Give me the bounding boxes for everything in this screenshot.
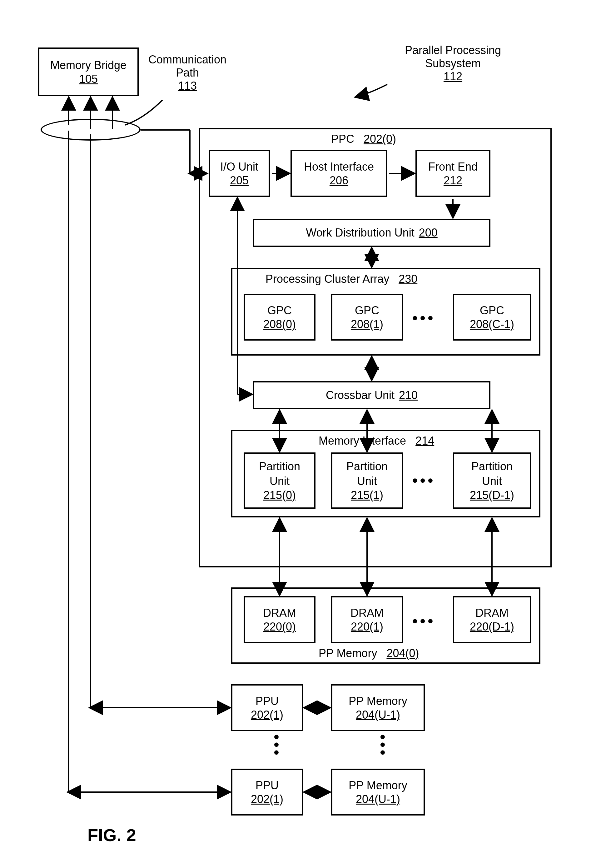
crossbar-label: Crossbar Unit <box>326 388 395 403</box>
memory-bridge-label: Memory Bridge <box>50 58 127 73</box>
pp-subsystem-label-text: Parallel Processing Subsystem <box>405 44 501 70</box>
comm-path-label: Communication Path 113 <box>144 53 231 93</box>
pca-ref: 230 <box>399 272 417 285</box>
dramD-label: DRAM <box>475 606 508 620</box>
comm-path-label-text: Communication Path <box>148 53 227 79</box>
partD-label: Partition Unit <box>472 459 513 489</box>
gpcC-ref: 208(C-1) <box>470 318 514 331</box>
dram-dots: ••• <box>412 613 435 630</box>
ppu1-ref: 202(1) <box>251 709 283 722</box>
work-dist-label: Work Distribution Unit <box>306 226 414 240</box>
part0-label: Partition Unit <box>259 459 300 489</box>
dram0-label: DRAM <box>263 606 296 620</box>
memory-bridge-ref: 105 <box>79 72 98 86</box>
part1-ref: 215(1) <box>351 489 383 502</box>
ppu-dots1: ••• <box>268 734 285 757</box>
gpc1-ref: 208(1) <box>351 318 383 331</box>
part0-box: Partition Unit 215(0) <box>244 452 315 509</box>
mem-iface-label: Memory Interface <box>318 434 406 447</box>
gpc0-box: GPC 208(0) <box>244 294 315 341</box>
ppu2-box: PPU 202(1) <box>231 769 303 815</box>
pp-mem0-ref: 204(0) <box>386 647 419 660</box>
gpc1-label: GPC <box>355 303 379 318</box>
crossbar-ref: 210 <box>399 389 418 402</box>
partD-ref: 215(D-1) <box>470 489 514 502</box>
ppmem-dots1: ••• <box>374 734 391 757</box>
part1-box: Partition Unit 215(1) <box>331 452 403 509</box>
pca-label-container: Processing Cluster Array 230 <box>265 272 417 286</box>
memory-bridge-box: Memory Bridge 105 <box>38 47 139 96</box>
work-dist-box: Work Distribution Unit 200 <box>253 219 491 247</box>
ppu2-ref: 202(1) <box>251 793 283 806</box>
gpc1-box: GPC 208(1) <box>331 294 403 341</box>
gpcC-box: GPC 208(C-1) <box>453 294 531 341</box>
pp-mem0-label: PP Memory <box>318 647 377 660</box>
pp-subsystem-label: Parallel Processing Subsystem 112 <box>391 44 516 83</box>
pca-label: Processing Cluster Array <box>265 272 389 285</box>
pp-mem2-label: PP Memory <box>349 778 407 793</box>
mem-iface-ref: 214 <box>416 434 434 447</box>
work-dist-ref: 200 <box>419 226 438 239</box>
part-dots: ••• <box>412 472 435 489</box>
ppu2-label: PPU <box>255 778 279 793</box>
pp-mem2-box: PP Memory 204(U-1) <box>331 769 425 815</box>
pp-mem1-box: PP Memory 204(U-1) <box>331 684 425 731</box>
dramD-box: DRAM 220(D-1) <box>453 596 531 643</box>
part0-ref: 215(0) <box>263 489 296 502</box>
gpcC-label: GPC <box>480 303 504 318</box>
part1-label: Partition Unit <box>346 459 388 489</box>
front_end-ref: 212 <box>444 174 462 187</box>
ppc-label: PPC <box>331 133 354 145</box>
dram0-box: DRAM 220(0) <box>244 596 315 643</box>
io-unit-label: I/O Unit <box>220 159 258 174</box>
pp-mem1-ref: 204(U-1) <box>356 709 400 722</box>
comm-path-ref: 113 <box>178 79 197 92</box>
dram1-ref: 220(1) <box>351 620 383 633</box>
dram0-ref: 220(0) <box>263 620 296 633</box>
front-end-box: Front End 212 <box>416 150 491 197</box>
pp-mem2-ref: 204(U-1) <box>356 793 400 806</box>
dramD-ref: 220(D-1) <box>470 620 514 633</box>
dram1-box: DRAM 220(1) <box>331 596 403 643</box>
pp-subsystem-ref: 112 <box>444 70 462 83</box>
comm-path-ellipse <box>41 119 141 140</box>
ppu1-label: PPU <box>255 694 279 709</box>
pp-mem0-label-container: PP Memory 204(0) <box>318 647 419 660</box>
host-interface-box: Host Interface 206 <box>290 150 387 197</box>
figure-label: FIG. 2 <box>87 825 136 845</box>
crossbar-box: Crossbar Unit 210 <box>253 381 491 409</box>
ppc-label-container: PPC 202(0) <box>331 133 396 146</box>
ppu1-box: PPU 202(1) <box>231 684 303 731</box>
gpc0-ref: 208(0) <box>263 318 296 331</box>
ppc-ref: 202(0) <box>364 133 396 145</box>
host-interface-ref: 206 <box>330 174 348 187</box>
gpc0-label: GPC <box>267 303 292 318</box>
dram1-label: DRAM <box>351 606 383 620</box>
front-end-label: Front End <box>428 159 478 174</box>
mem-iface-label-container: Memory Interface 214 <box>318 434 434 447</box>
partD-box: Partition Unit 215(D-1) <box>453 452 531 509</box>
io-unit-box: I/O Unit 205 <box>209 150 270 197</box>
pp-mem1-label: PP Memory <box>349 694 407 709</box>
host-interface-label: Host Interface <box>304 159 374 174</box>
gpc-dots: ••• <box>412 309 435 326</box>
io-unit-ref: 205 <box>230 174 249 187</box>
